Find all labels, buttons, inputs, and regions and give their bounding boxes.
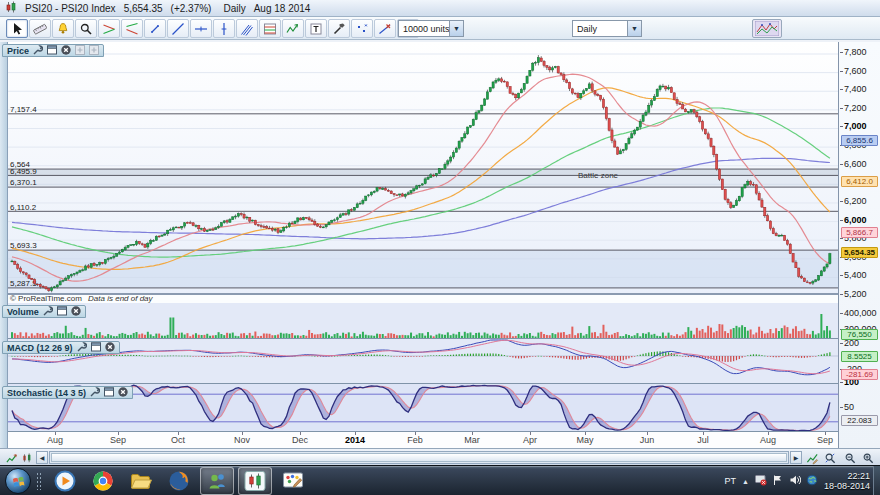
language-indicator[interactable]: PT bbox=[725, 476, 737, 486]
tool-scatter[interactable] bbox=[351, 19, 373, 38]
taskbar-app-paint[interactable] bbox=[276, 467, 310, 495]
tool-text[interactable] bbox=[305, 19, 327, 38]
price-add-up-icon[interactable] bbox=[74, 44, 85, 57]
time-axis[interactable]: AugSepOctNovDec2014FebMarAprMayJunJulAug… bbox=[8, 432, 838, 448]
mini-candles-icon[interactable] bbox=[21, 451, 35, 464]
volume-panel-tab[interactable]: Volume bbox=[2, 305, 86, 318]
tray-icon-group bbox=[755, 472, 818, 490]
month-label-nov: Nov bbox=[234, 435, 250, 445]
taskbar-app-chrome[interactable] bbox=[86, 467, 120, 495]
tool-fib-levels[interactable] bbox=[259, 19, 281, 38]
price-window-icon[interactable] bbox=[46, 44, 57, 57]
chart-style-button[interactable] bbox=[752, 19, 782, 38]
taskbar-clock[interactable]: 22:21 18-08-2014 bbox=[824, 471, 870, 491]
price-tick-7000: 7,000 bbox=[844, 121, 867, 131]
action-center-icon[interactable] bbox=[755, 472, 767, 490]
stochastic-settings-wrench-icon[interactable] bbox=[89, 386, 100, 399]
stochastic-window-icon[interactable] bbox=[103, 386, 114, 399]
chart-scrollbar[interactable] bbox=[49, 451, 789, 464]
volume-window-icon[interactable] bbox=[56, 305, 67, 318]
tool-tools[interactable] bbox=[328, 19, 350, 38]
copyright-bar: © ProRealTime.com Data is end of day bbox=[8, 294, 838, 303]
flag-icon[interactable] bbox=[772, 472, 784, 490]
macd-window-icon[interactable] bbox=[90, 341, 101, 354]
chart-style-icon bbox=[755, 21, 779, 36]
scroll-right-button[interactable]: ▶ bbox=[790, 451, 802, 464]
title-symbol: PSI20 - PSI20 Index bbox=[25, 3, 116, 14]
month-label-aug: Aug bbox=[760, 435, 776, 445]
taskbar-app-media-player[interactable] bbox=[48, 467, 82, 495]
tray-expand-icon[interactable]: ▲ bbox=[742, 478, 749, 485]
stochastic-panel-tab[interactable]: Stochastic (14 3 5) bbox=[2, 386, 133, 399]
tool-magnifier[interactable] bbox=[75, 19, 97, 38]
stochastic-close-icon[interactable] bbox=[117, 386, 128, 399]
taskbar-grip bbox=[36, 472, 42, 490]
app-candlestick-icon bbox=[5, 1, 17, 15]
clock-date: 18-08-2014 bbox=[824, 481, 870, 491]
firefox-icon bbox=[167, 469, 191, 493]
macd-settings-wrench-icon[interactable] bbox=[76, 341, 87, 354]
show-desktop-button[interactable] bbox=[873, 466, 880, 495]
start-button[interactable] bbox=[5, 468, 31, 494]
price-tick-6600: 6,600 bbox=[844, 159, 867, 169]
tool-segment[interactable] bbox=[167, 19, 189, 38]
volume-settings-wrench-icon[interactable] bbox=[42, 305, 53, 318]
price-settings-wrench-icon[interactable] bbox=[32, 44, 43, 57]
price-chart-canvas[interactable]: Battle zone7,157.46,5646,495.96,370.16,1… bbox=[8, 42, 838, 432]
price-close-icon[interactable] bbox=[60, 44, 71, 57]
draw-chart-icon[interactable] bbox=[806, 451, 820, 464]
units-dropdown-arrow-icon[interactable]: ▼ bbox=[449, 21, 463, 36]
tool-strike-line[interactable] bbox=[374, 19, 396, 38]
taskbar-app-explorer[interactable] bbox=[124, 467, 158, 495]
tool-vertical-line[interactable] bbox=[213, 19, 235, 38]
macd-chip-pink: -281.69 bbox=[841, 369, 878, 380]
scroll-left-button[interactable]: ◀ bbox=[36, 451, 48, 464]
price-tick-6000: 6,000 bbox=[844, 215, 867, 225]
tool-cursor[interactable] bbox=[6, 19, 28, 38]
tool-alert[interactable] bbox=[52, 19, 74, 38]
price-axis[interactable]: 7,8007,6007,4007,2007,0006,8006,6006,200… bbox=[838, 42, 880, 448]
macd-chip-green: 8.5525 bbox=[841, 351, 878, 362]
tool-zigzag[interactable] bbox=[282, 19, 304, 38]
units-value: 10000 units bbox=[399, 21, 449, 36]
tool-segment-short[interactable] bbox=[144, 19, 166, 38]
network-icon[interactable] bbox=[806, 472, 818, 490]
windows-taskbar: PT ▲ 22:21 18-08-2014 bbox=[0, 465, 880, 495]
price-tick-7200: 7,200 bbox=[844, 103, 867, 113]
month-label-2014: 2014 bbox=[345, 435, 365, 445]
bottom-toolbar: ◀ ▶ bbox=[0, 448, 880, 465]
title-period: Daily bbox=[223, 3, 245, 14]
tool-channel-up[interactable] bbox=[121, 19, 143, 38]
price-tick-6200: 6,200 bbox=[844, 196, 867, 206]
zoom-selection-icon[interactable] bbox=[824, 451, 838, 464]
tool-channel-down[interactable] bbox=[98, 19, 120, 38]
price-chip-orange: 6,412.0 bbox=[841, 176, 878, 187]
chart-scrollbar-thumb[interactable] bbox=[51, 453, 787, 462]
price-tick-7400: 7,400 bbox=[844, 84, 867, 94]
macd-close-icon[interactable] bbox=[104, 341, 115, 354]
price-panel-tab[interactable]: Price bbox=[2, 44, 104, 57]
tool-ruler[interactable] bbox=[29, 19, 51, 38]
period-dropdown-arrow-icon[interactable]: ▼ bbox=[627, 21, 641, 36]
price-add-down-icon[interactable] bbox=[88, 44, 99, 57]
price-chip-pink: 5,866.7 bbox=[841, 227, 878, 238]
tool-horizontal-line[interactable] bbox=[190, 19, 212, 38]
month-label-dec: Dec bbox=[292, 435, 308, 445]
price-chip-blue: 6,855.6 bbox=[841, 135, 878, 146]
svg-text:6,370.1: 6,370.1 bbox=[10, 178, 37, 187]
volume-panel-label: Volume bbox=[7, 307, 39, 317]
taskbar-app-firefox[interactable] bbox=[162, 467, 196, 495]
volume-close-icon[interactable] bbox=[70, 305, 81, 318]
zoom-in-icon[interactable] bbox=[862, 451, 876, 464]
tool-pitchfork[interactable] bbox=[236, 19, 258, 38]
macd-panel-tab[interactable]: MACD (12 26 9) bbox=[2, 341, 120, 354]
svg-text:6,110.2: 6,110.2 bbox=[10, 203, 37, 212]
mini-chart-icon[interactable] bbox=[6, 451, 20, 464]
zoom-out-icon[interactable] bbox=[844, 451, 858, 464]
taskbar-app-prorealtime[interactable] bbox=[238, 467, 272, 495]
chart-workspace: Battle zone7,157.46,5646,495.96,370.16,1… bbox=[0, 40, 880, 465]
units-dropdown[interactable]: 10000 units ▼ bbox=[398, 20, 464, 37]
taskbar-app-messenger[interactable] bbox=[200, 467, 234, 495]
period-dropdown[interactable]: Daily ▼ bbox=[572, 20, 642, 37]
volume-icon[interactable] bbox=[789, 472, 801, 490]
